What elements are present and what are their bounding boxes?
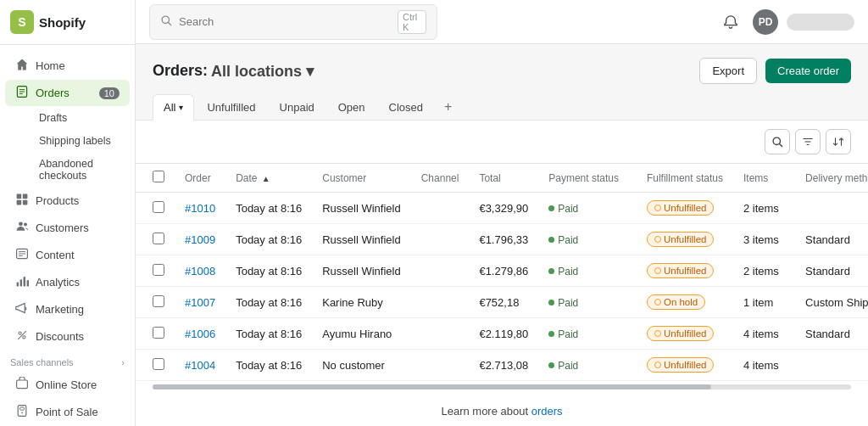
sidebar-item-content[interactable]: Content [5,242,130,268]
col-channel: Channel [411,164,470,193]
sales-channels-expand-icon[interactable]: › [121,357,125,367]
order-date: Today at 8:16 [225,287,312,318]
table-row: #1007 Today at 8:16 Karine Ruby €752,18 … [136,287,868,318]
order-date: Today at 8:16 [225,255,312,287]
sidebar-item-discounts[interactable]: Discounts [5,323,130,350]
sidebar-item-marketing[interactable]: Marketing [5,296,130,322]
tab-add-button[interactable]: + [436,94,460,120]
sidebar-item-customers[interactable]: Customers [5,215,130,241]
sidebar-item-home[interactable]: Home [5,53,130,79]
tab-all[interactable]: All ▾ [153,94,194,121]
home-icon [15,58,29,74]
col-order: Order [175,164,225,193]
products-label: Products [36,194,79,207]
row-checkbox[interactable] [153,264,164,276]
learn-more-text: Learn more about [441,405,528,418]
order-total: €1.279,86 [469,255,538,287]
horizontal-scrollbar[interactable] [153,384,851,390]
sidebar-logo[interactable]: S Shopify [0,0,135,45]
payment-badge: Paid [548,203,578,215]
svg-rect-6 [17,200,22,205]
table-row: #1010 Today at 8:16 Russell Winfield €3,… [136,193,868,224]
sales-channels-label: Sales channels [10,357,74,367]
payment-badge: Paid [548,297,578,309]
tab-unpaid[interactable]: Unpaid [269,94,326,120]
col-date[interactable]: Date ▲ [225,164,312,193]
header-actions: Export Create order [699,58,851,84]
order-items: 4 items [733,350,795,381]
sort-button[interactable] [826,129,851,154]
export-button[interactable]: Export [699,58,757,84]
search-bar[interactable]: Ctrl K [149,4,437,40]
payment-badge: Paid [548,328,578,340]
notification-button[interactable] [717,8,744,36]
search-table-button[interactable] [765,129,790,154]
tab-closed[interactable]: Closed [378,94,434,120]
order-payment: Paid [538,193,637,224]
profile-menu[interactable] [787,14,854,31]
abandoned-checkouts-label: Abandoned checkouts [39,158,120,182]
toolbar-actions [765,129,851,154]
shopify-logo-icon: S [10,10,34,34]
sidebar-item-shipping-labels[interactable]: Shipping labels [29,130,130,152]
pos-label: Point of Sale [36,406,98,418]
order-delivery: Custom Shipping Rate [795,287,868,318]
svg-rect-15 [20,279,22,286]
order-payment: Paid [538,350,637,381]
order-number-link[interactable]: #1007 [185,296,215,309]
tab-unfulfilled[interactable]: Unfulfilled [196,94,266,120]
sidebar-item-online-store[interactable]: Online Store [5,372,130,398]
tab-open[interactable]: Open [327,94,376,120]
avatar[interactable]: PD [753,9,778,35]
svg-rect-21 [17,380,28,389]
order-number-link[interactable]: #1006 [185,328,215,340]
row-checkbox[interactable] [153,327,164,339]
order-delivery: Standard [795,318,868,350]
order-total: €2.713,08 [469,350,538,381]
row-checkbox[interactable] [153,295,164,307]
tab-unfulfilled-label: Unfulfilled [207,101,255,114]
orders-badge: 10 [99,87,120,99]
order-channel [411,193,470,224]
page-header: Orders: All locations ▾ Export Create or… [136,44,868,84]
order-items: 1 item [733,287,795,318]
table-toolbar [136,121,868,164]
row-checkbox[interactable] [153,201,164,213]
row-checkbox[interactable] [153,358,164,370]
main-content: Ctrl K PD Orders: All locations ▾ Export… [136,0,868,426]
create-order-button[interactable]: Create order [765,59,851,83]
svg-rect-14 [17,283,19,287]
search-input[interactable] [179,15,391,28]
sidebar-item-orders[interactable]: Orders 10 [5,80,130,106]
svg-rect-23 [20,407,25,410]
order-payment: Paid [538,224,637,255]
dropdown-chevron-icon: ▾ [306,63,314,80]
sidebar-item-products[interactable]: Products [5,188,130,214]
order-number-link[interactable]: #1010 [185,202,215,215]
row-checkbox[interactable] [153,233,164,244]
order-delivery: Discount Shipping Rate [795,381,868,382]
search-icon [160,14,172,29]
sidebar-item-analytics[interactable]: Analytics [5,269,130,295]
sidebar-sub-orders: Drafts Shipping labels Abandoned checkou… [0,107,135,187]
table-row: #1006 Today at 8:16 Ayumu Hirano €2.119,… [136,318,868,350]
fulfillment-badge: Unfulfilled [647,263,715,278]
filter-button[interactable] [795,129,821,154]
col-delivery: Delivery method [795,164,868,193]
order-number-link[interactable]: #1004 [185,359,215,372]
orders-link[interactable]: orders [531,405,563,418]
order-total: €752,18 [469,287,538,318]
orders-table-scroll[interactable]: Order Date ▲ Customer Channel Total Paym… [136,164,868,381]
order-number-link[interactable]: #1008 [185,265,215,277]
sidebar-item-drafts[interactable]: Drafts [29,107,130,129]
online-store-icon [15,377,29,393]
order-number-link[interactable]: #1009 [185,233,215,246]
order-items: 4 items [733,318,795,350]
page-location-dropdown[interactable]: All locations ▾ [211,62,314,81]
sidebar-item-point-of-sale[interactable]: Point of Sale [5,399,130,425]
svg-rect-4 [17,194,22,199]
select-all-checkbox[interactable] [153,171,164,182]
sidebar-item-abandoned-checkouts[interactable]: Abandoned checkouts [29,153,130,187]
marketing-icon [15,301,29,317]
footer-learn-more: Learn more about orders [136,396,868,426]
